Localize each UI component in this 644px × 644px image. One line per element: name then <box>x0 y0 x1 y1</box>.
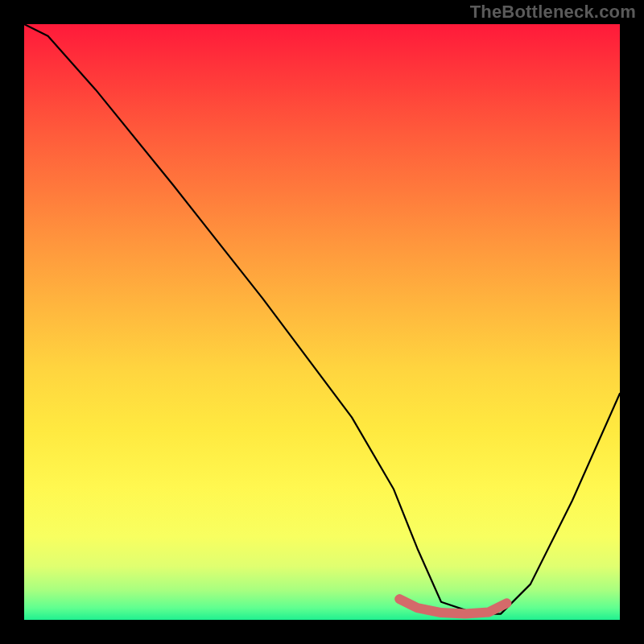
plot-area <box>24 24 620 620</box>
bottleneck-curve <box>24 24 620 614</box>
curve-layer <box>24 24 620 620</box>
watermark-text: TheBottleneck.com <box>470 2 636 23</box>
chart-frame: TheBottleneck.com <box>0 0 644 644</box>
